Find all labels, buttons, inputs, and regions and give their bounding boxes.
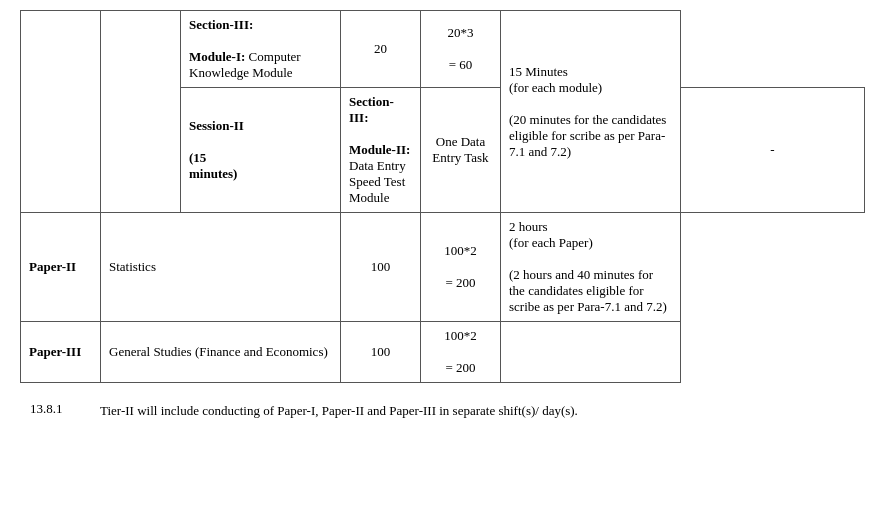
note-text: Tier-II will include conducting of Paper… (100, 401, 855, 421)
session2-time: (15minutes) (189, 150, 237, 181)
session2-label: Session-II (189, 118, 244, 133)
section-label: Section-III: (189, 17, 253, 32)
module-label: Module-I: (189, 49, 245, 64)
note-number: 13.8.1 (30, 401, 80, 421)
module2-label: Module-II: (349, 142, 410, 157)
col5-marks-1: 20*3= 60 (421, 11, 501, 88)
table-row-3: Paper-II Statistics 100 100*2= 200 2 hou… (21, 213, 865, 322)
col6-time-1: 15 Minutes(for each module)(20 minutes f… (501, 11, 681, 213)
table-row-1: Section-III: Module-I: Computer Knowledg… (21, 11, 865, 88)
col23-statistics: Statistics (101, 213, 341, 322)
col23-general-studies: General Studies (Finance and Economics) (101, 322, 341, 383)
col4-100-3: 100 (341, 322, 421, 383)
col6-time-2: 2 hours(for each Paper)(2 hours and 40 m… (501, 213, 681, 322)
table-row-4: Paper-III General Studies (Finance and E… (21, 322, 865, 383)
main-table: Section-III: Module-I: Computer Knowledg… (20, 10, 865, 383)
col5-dash: - (681, 88, 865, 213)
col5-marks-3: 100*2= 200 (421, 322, 501, 383)
col3-section3-module1: Section-III: Module-I: Computer Knowledg… (181, 11, 341, 88)
col1-paper3: Paper-III (21, 322, 101, 383)
col2-sessionI (101, 11, 181, 213)
col2-session2: Session-II (15minutes) (181, 88, 341, 213)
col4-questions-1: 20 (341, 11, 421, 88)
col4-task: One Data Entry Task (421, 88, 501, 213)
col3-section3-module2: Section-III: Module-II: Data Entry Speed… (341, 88, 421, 213)
col1-paperI (21, 11, 101, 213)
col5-marks-2: 100*2= 200 (421, 213, 501, 322)
col6-time-3 (501, 322, 681, 383)
col1-paper2: Paper-II (21, 213, 101, 322)
note-section: 13.8.1 Tier-II will include conducting o… (20, 401, 865, 421)
section3-label: Section-III: (349, 94, 394, 125)
col4-100-2: 100 (341, 213, 421, 322)
